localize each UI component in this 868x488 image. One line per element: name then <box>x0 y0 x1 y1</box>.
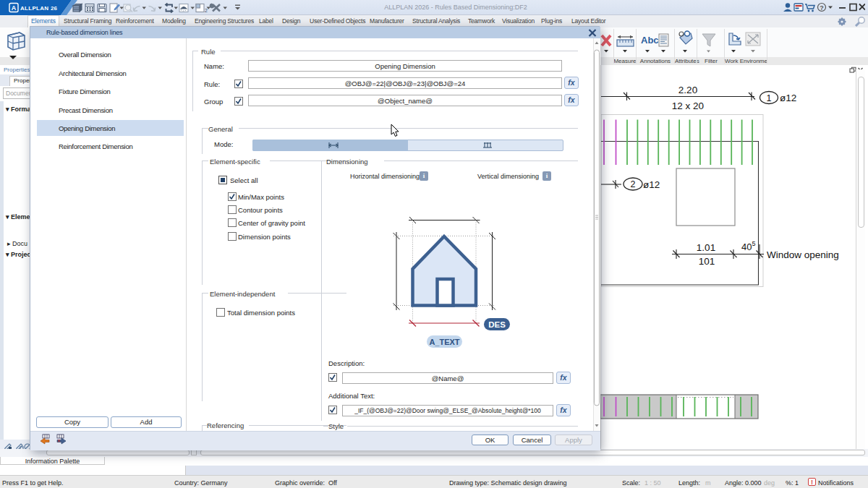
svg-text:?: ? <box>820 4 824 12</box>
svg-text:1: 1 <box>767 93 772 103</box>
svg-text:2: 2 <box>631 179 636 189</box>
svg-text:101: 101 <box>699 256 715 267</box>
svg-text:5: 5 <box>752 240 756 247</box>
svg-text:ALLPLAN: ALLPLAN <box>20 5 48 12</box>
svg-text:1.01: 1.01 <box>697 242 715 253</box>
svg-text:ø12: ø12 <box>780 93 796 103</box>
svg-text:12 x 20: 12 x 20 <box>672 100 704 111</box>
svg-text:Abc: Abc <box>641 35 659 46</box>
svg-text:2.20: 2.20 <box>678 85 697 95</box>
svg-text:40: 40 <box>741 241 752 252</box>
svg-text:A: A <box>12 4 17 12</box>
svg-text:26: 26 <box>51 5 57 12</box>
svg-text:A_TEXT: A_TEXT <box>429 338 459 346</box>
svg-text:Window opening: Window opening <box>767 249 839 260</box>
svg-text:ø12: ø12 <box>643 179 660 190</box>
svg-text:DES: DES <box>488 320 506 329</box>
